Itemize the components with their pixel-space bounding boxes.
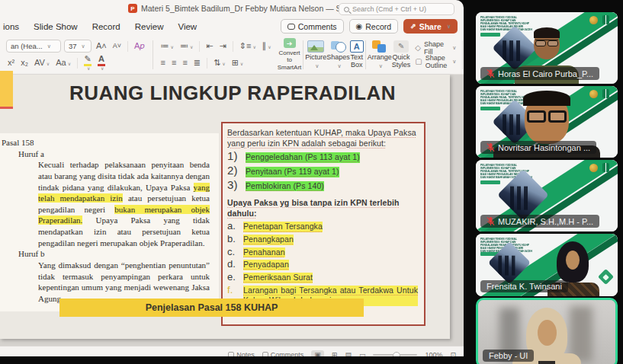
bullets-button[interactable]: ≔ xyxy=(159,42,175,50)
tab-transitions-cut[interactable]: ions xyxy=(3,22,19,31)
muted-mic-icon xyxy=(487,142,495,152)
align-right-button[interactable]: ≡ xyxy=(181,59,188,67)
character-spacing-button[interactable]: AV xyxy=(33,59,51,67)
line-spacing-button[interactable]: ⇕≡ xyxy=(238,42,258,50)
shape-format-group: ◇ Shape Fill ▢ Shape Outline xyxy=(410,42,461,67)
banner-tag xyxy=(480,33,500,37)
normal-view-button[interactable]: ▣ xyxy=(311,350,324,356)
participant-name-label: Febby - UI xyxy=(483,350,534,362)
justify-button[interactable]: ≣ xyxy=(192,59,202,67)
comments-toggle[interactable]: Comments xyxy=(262,351,304,356)
notes-checkbox-icon xyxy=(228,352,234,356)
izin-kpn-list: 1)Penggeledahan (Ps 113 ayat 1)2)Penyita… xyxy=(227,150,418,191)
change-case-button[interactable]: Aa xyxy=(54,59,72,67)
muted-mic-icon xyxy=(487,216,495,226)
tab-review[interactable]: Review xyxy=(135,22,164,31)
numbering-button[interactable]: ≕ xyxy=(178,42,194,50)
superscript-button[interactable]: x² xyxy=(6,59,16,67)
institution-logo-icon xyxy=(602,15,609,24)
slide-sorter-view-button[interactable]: ⊞ xyxy=(332,351,338,356)
reading-view-button[interactable]: ▤ xyxy=(345,351,352,356)
tab-record[interactable]: Record xyxy=(92,22,120,31)
font-color-button[interactable]: A xyxy=(96,55,107,71)
participant-tile-febby-active-speaker[interactable]: Febby - UI xyxy=(476,298,618,364)
ribbon-tabs: ions Slide Show Record Review View Comme… xyxy=(0,18,464,35)
participant-name-label: MUZAKIR, S.H.,M.H - P... xyxy=(480,215,599,228)
font-size-select[interactable]: 37 xyxy=(64,40,92,53)
participant-tile-novritsar[interactable]: PELATIHAN TEKNIS YUDISIALIMPLEMENTASI: K… xyxy=(476,86,618,158)
participant-tile-frensita[interactable]: PELATIHAN TEKNIS YUDISIALIMPLEMENTASI: K… xyxy=(476,234,618,296)
slide-corner-accent xyxy=(0,71,13,109)
text-direction-button[interactable]: ⇅ xyxy=(212,59,227,67)
shrink-font-button[interactable]: A˅ xyxy=(111,43,123,49)
increase-indent-button[interactable]: ⇥ xyxy=(218,42,228,50)
search-placeholder: Search (Cmd + Ctrl + U) xyxy=(352,5,426,13)
share-button[interactable]: ⇗ Share xyxy=(403,19,458,34)
tab-slide-show[interactable]: Slide Show xyxy=(34,22,78,31)
participant-tile-muzakir[interactable]: PELATIHAN TEKNIS YUDISIALIMPLEMENTASI: K… xyxy=(476,160,618,231)
comments-checkbox-icon xyxy=(262,352,268,356)
gold-seal-logo-icon xyxy=(589,16,598,24)
shape-fill-icon: ◇ xyxy=(415,43,421,52)
slide-title[interactable]: RUANG LINGKUP RAPERADILAN xyxy=(46,81,419,105)
picture-button[interactable]: Picture xyxy=(305,40,326,69)
participant-name-label: Novritsar Hasintongan ... xyxy=(480,141,596,154)
text-box-button[interactable]: A Text Box xyxy=(350,40,364,69)
smartart-icon: ➔ xyxy=(284,38,296,48)
ribbon: an (Hea... 37 A˄ A˅ A𝑝 x² x₂ AV Aa ✎ A ≔… xyxy=(0,35,464,75)
shape-fill-button[interactable]: ◇ Shape Fill xyxy=(415,42,456,53)
slideshow-view-button[interactable]: ▭ xyxy=(359,351,366,356)
zoom-level[interactable]: 100% xyxy=(425,351,442,356)
fit-slide-button[interactable]: ⊡ xyxy=(450,351,456,356)
institution-logo-icon xyxy=(602,89,609,98)
shape-outline-icon: ▢ xyxy=(415,57,422,65)
quick-styles-icon: ✎ xyxy=(393,40,409,53)
tanpa-izin-kpn-list: a.Penetapan Tersangkab.Penangkapanc.Pena… xyxy=(227,221,418,305)
pasal-heading: Pasal 158 xyxy=(2,137,210,148)
quick-styles-button[interactable]: ✎ Quick Styles xyxy=(392,40,411,69)
convert-smartart-button[interactable]: ➔ Convert to SmartArt xyxy=(278,38,302,71)
penjelasan-bar[interactable]: Penjelasan Pasal 158 KUHAP xyxy=(59,299,364,317)
paragraph-group: ≔ ≕ ⇤ ⇥ ⇕≡ ∥ ≡ ≡ ≡ ≣ ⇅ ⊞ xyxy=(155,39,278,70)
columns-button[interactable]: ∥ xyxy=(261,42,273,50)
search-icon xyxy=(344,7,349,12)
align-left-button[interactable]: ≡ xyxy=(159,59,167,67)
participant-name-label: Frensita K. Twinsani xyxy=(480,280,568,292)
shapes-button[interactable]: Shapes xyxy=(326,40,350,69)
decrease-indent-button[interactable]: ⇤ xyxy=(204,42,214,50)
search-input[interactable]: Search (Cmd + Ctrl + U) xyxy=(339,3,454,15)
tab-view[interactable]: View xyxy=(178,22,197,31)
record-dot-icon: ◉ xyxy=(356,23,363,30)
align-text-button[interactable]: ⊞ xyxy=(230,59,246,67)
kuhap-upaya-paksa-box[interactable]: Berdasarkan ketentuan KUHAP, maka Upaya … xyxy=(221,122,426,326)
powerpoint-window: P Materi 5_Bimtek Badilum_Dr Febby Mutia… xyxy=(0,0,464,356)
align-center-button[interactable]: ≡ xyxy=(170,59,178,67)
arrange-button[interactable]: Arrange xyxy=(368,40,392,69)
huruf-a-label: Huruf a xyxy=(18,148,210,160)
highlight-color-button[interactable]: ✎ xyxy=(82,55,93,71)
comments-button[interactable]: Comments xyxy=(281,19,344,34)
muted-mic-icon xyxy=(487,69,495,78)
record-button[interactable]: ◉ Record xyxy=(349,19,399,34)
huruf-a-paragraph: Kecuali terhadap pelaksanaan penyitaan b… xyxy=(38,159,210,248)
clear-formatting-button[interactable]: A𝑝 xyxy=(133,42,146,50)
notes-toggle[interactable]: Notes xyxy=(228,351,255,356)
arrange-icon xyxy=(372,40,387,53)
comment-bubble-icon xyxy=(287,24,295,30)
banner-tag xyxy=(480,180,500,184)
participant-tile-horas[interactable]: PELATIHAN TEKNIS YUDISIALIMPLEMENTASI: K… xyxy=(476,12,618,84)
text-box-icon: A xyxy=(350,40,364,53)
participant-name-label: Horas El Cairo Purba_P... xyxy=(480,67,599,80)
font-name-select[interactable]: an (Hea... xyxy=(6,40,61,53)
slide[interactable]: RUANG LINGKUP RAPERADILAN Pasal 158 Huru… xyxy=(0,75,450,339)
font-group: an (Hea... 37 A˄ A˅ A𝑝 x² x₂ AV Aa ✎ A xyxy=(2,39,151,70)
titlebar: P Materi 5_Bimtek Badilum_Dr Febby Mutia… xyxy=(0,0,464,18)
pasal-158-text-block[interactable]: Pasal 158 Huruf a Kecuali terhadap pelak… xyxy=(0,133,219,311)
subscript-button[interactable]: x₂ xyxy=(19,59,30,67)
huruf-b-paragraph: Yang dimaksud dengan “penghentian penunt… xyxy=(38,260,210,305)
shape-outline-button[interactable]: ▢ Shape Outline xyxy=(415,56,456,67)
grow-font-button[interactable]: A˄ xyxy=(95,42,108,50)
huruf-b-label: Huruf b xyxy=(18,248,210,260)
zoom-slider[interactable] xyxy=(373,354,417,356)
share-icon: ⇗ xyxy=(410,23,416,30)
